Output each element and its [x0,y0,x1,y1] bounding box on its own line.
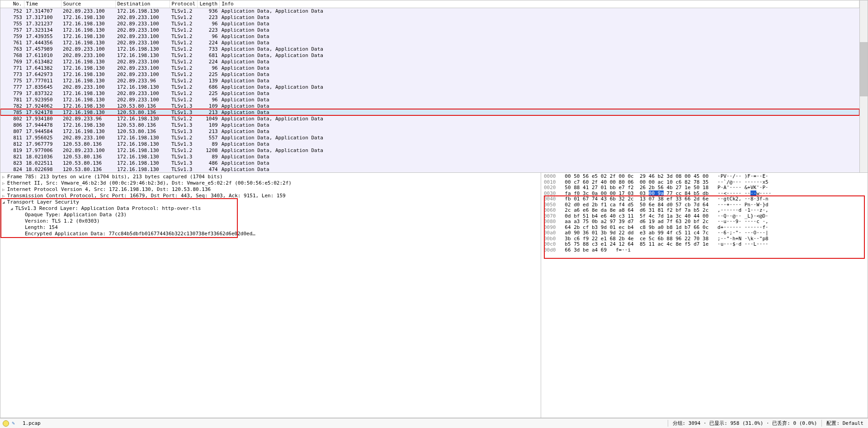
status-profile[interactable]: 配置: Default [821,420,868,427]
packet-row[interactable]: 78517.924178172.16.198.130120.53.80.136T… [0,109,859,115]
header-row: No. Time Source Destination Protocol Len… [0,0,859,8]
tree-frame[interactable]: Frame 785: 213 bytes on wire (1704 bits)… [2,174,539,180]
col-protocol[interactable]: Protocol [170,0,198,8]
col-length[interactable]: Length [198,0,220,8]
packet-row[interactable]: 77717.835645202.89.233.100172.16.198.130… [0,84,859,90]
hex-line[interactable]: 00c0 b5 75 88 c3 e1 24 12 64 85 11 ac 4c… [544,242,865,247]
col-destination[interactable]: Destination [115,0,170,8]
hex-line[interactable]: 00d0 66 3d be a4 69 f=··i [544,247,865,253]
packet-row[interactable]: 76817.611010202.89.233.100172.16.198.130… [0,52,859,58]
hex-line[interactable]: 0020 50 88 41 27 01 bb e7 f2 26 2b 56 4b… [544,185,865,191]
packet-row[interactable]: 81917.977006202.89.233.100172.16.198.130… [0,147,859,153]
packet-row[interactable]: 81217.967779120.53.80.136172.16.198.130T… [0,141,859,147]
hex-line[interactable]: 00a0 a0 90 36 01 3b 9d 22 dd e3 ab 99 4f… [544,230,865,236]
packet-row[interactable]: 82118.021036120.53.80.136172.16.198.130T… [0,153,859,160]
packet-row[interactable]: 75717.323134172.16.198.130202.89.233.100… [0,27,859,33]
packet-row[interactable]: 77917.837322172.16.198.130202.89.233.100… [0,90,859,96]
hex-line[interactable]: 0040 fb 01 67 74 43 6b 32 2c 13 07 38 ef… [544,196,865,202]
status-file: 1.pcap [22,420,668,426]
col-time[interactable]: Time [24,0,61,8]
packet-row[interactable]: 78117.923950172.16.198.130202.89.233.100… [0,96,859,103]
packet-row[interactable]: 75317.317100172.16.198.130202.89.233.100… [0,14,859,20]
hex-line[interactable]: 0060 2c a6 e6 8e da 8e a8 64 d6 31 81 f2… [544,208,865,214]
packet-row[interactable]: 80717.944584172.16.198.130120.53.80.136T… [0,128,859,134]
hex-line[interactable]: 0080 aa a3 75 0b a2 97 39 d7 d6 19 ad 7f… [544,219,865,225]
scrollbar-thumb[interactable] [860,42,868,96]
packet-table[interactable]: No. Time Source Destination Protocol Len… [0,0,859,172]
packet-row[interactable]: 77517.777011172.16.198.130202.89.233.96T… [0,77,859,84]
tree-opaque-type[interactable]: Opaque Type: Application Data (23) [2,212,539,218]
status-packets: 分组: 3094 · 已显示: 958 (31.0%) · 已丢弃: 0 (0.… [668,420,822,427]
tree-tls-record[interactable]: TLSv1.3 Record Layer: Application Data P… [2,205,539,212]
col-info[interactable]: Info [220,0,859,8]
capture-status-icon [3,420,9,427]
hex-line[interactable]: 0000 00 50 56 e5 02 2f 00 0c 29 46 b2 3d… [544,174,865,180]
edit-icon[interactable]: ✎ [12,420,18,427]
tree-tls[interactable]: Transport Layer Security [2,199,539,205]
packet-row[interactable]: 77317.642973172.16.198.130202.89.233.100… [0,71,859,77]
tree-tcp[interactable]: Transmission Control Protocol, Src Port:… [2,193,539,199]
packet-row[interactable]: 81117.956025202.89.233.100172.16.198.130… [0,134,859,141]
packet-details-pane[interactable]: Frame 785: 213 bytes on wire (1704 bits)… [0,173,541,418]
packet-bytes-pane[interactable]: 0000 00 50 56 e5 02 2f 00 0c 29 46 b2 3d… [541,173,868,418]
packet-row[interactable]: 78217.924062172.16.198.130120.53.80.136T… [0,103,859,109]
col-source[interactable]: Source [61,0,115,8]
tree-ip[interactable]: Internet Protocol Version 4, Src: 172.16… [2,186,539,193]
packet-list-pane[interactable]: No. Time Source Destination Protocol Len… [0,0,868,173]
tree-ethernet[interactable]: Ethernet II, Src: Vmware_46:b2:3d (00:0c… [2,180,539,186]
col-no[interactable]: No. [0,0,24,8]
tree-length[interactable]: Length: 154 [2,224,539,231]
packet-row[interactable]: 75917.439355172.16.198.130202.89.233.100… [0,33,859,39]
packet-row[interactable]: 82318.022511120.53.80.136172.16.198.130T… [0,160,859,166]
tree-encrypted-data[interactable]: Encrypted Application Data: 77cc84b5dbfb… [2,231,539,237]
packet-row[interactable]: 76317.457989202.89.233.100172.16.198.130… [0,46,859,52]
packet-row[interactable]: 82418.022698120.53.80.136172.16.198.130T… [0,166,859,172]
packet-row[interactable]: 80617.944478172.16.198.130120.53.80.136T… [0,122,859,128]
packet-row[interactable]: 76917.613482172.16.198.130202.89.233.100… [0,58,859,65]
packet-row[interactable]: 77117.641382172.16.198.130202.89.233.100… [0,65,859,71]
packet-row[interactable]: 80217.934180202.89.233.96172.16.198.130T… [0,115,859,122]
tree-version[interactable]: Version: TLS 1.2 (0x0303) [2,218,539,224]
packet-row[interactable]: 75517.321237172.16.198.130202.89.233.100… [0,20,859,27]
packet-row[interactable]: 75217.314707202.89.233.100172.16.198.130… [0,8,859,14]
packet-list-scrollbar[interactable] [859,0,868,172]
status-bar: ✎ 1.pcap 分组: 3094 · 已显示: 958 (31.0%) · 已… [0,418,868,428]
packet-row[interactable]: 76117.444356172.16.198.130202.89.233.100… [0,39,859,46]
